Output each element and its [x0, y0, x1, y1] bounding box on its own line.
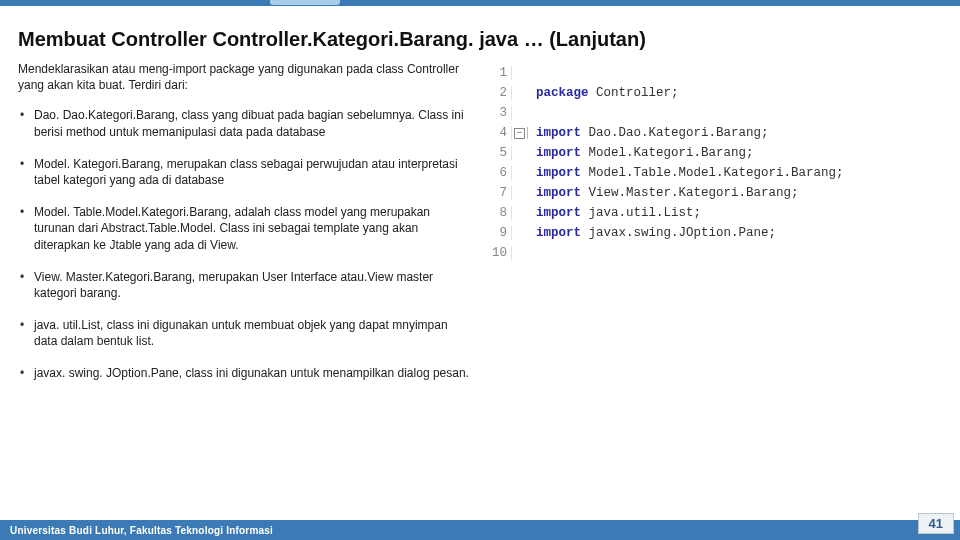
intro-text: Mendeklarasikan atau meng-import package… [18, 61, 470, 93]
code-line: 3 [488, 103, 942, 123]
left-column: Mendeklarasikan atau meng-import package… [18, 61, 488, 398]
code-src: package Controller; [528, 86, 679, 100]
line-number: 9 [488, 226, 512, 240]
code-line: 4 import Dao.Dao.Kategori.Barang; [488, 123, 942, 143]
code-src: import javax.swing.JOption.Pane; [528, 226, 776, 240]
list-item: java. util.List, class ini digunakan unt… [18, 317, 470, 349]
content-area: Mendeklarasikan atau meng-import package… [0, 61, 960, 398]
code-src: import View.Master.Kategori.Barang; [528, 186, 799, 200]
line-number: 8 [488, 206, 512, 220]
slide-title: Membuat Controller Controller.Kategori.B… [0, 6, 960, 61]
list-item: Dao. Dao.Kategori.Barang, class yang dib… [18, 107, 470, 139]
code-src: import java.util.List; [528, 206, 701, 220]
code-src: import Model.Table.Model.Kategori.Barang… [528, 166, 844, 180]
code-panel: 1 2 package Controller; 3 4 import Dao.D… [488, 61, 942, 398]
line-number: 2 [488, 86, 512, 100]
code-src: import Dao.Dao.Kategori.Barang; [528, 126, 769, 140]
code-line: 7 import View.Master.Kategori.Barang; [488, 183, 942, 203]
list-item: Model. Table.Model.Kategori.Barang, adal… [18, 204, 470, 253]
line-number: 1 [488, 66, 512, 80]
line-number: 7 [488, 186, 512, 200]
code-line: 8 import java.util.List; [488, 203, 942, 223]
line-number: 10 [488, 246, 512, 260]
code-line: 10 [488, 243, 942, 263]
bullet-list: Dao. Dao.Kategori.Barang, class yang dib… [18, 107, 470, 381]
code-line: 2 package Controller; [488, 83, 942, 103]
code-src: import Model.Kategori.Barang; [528, 146, 754, 160]
line-number: 4 [488, 126, 512, 140]
line-number: 6 [488, 166, 512, 180]
page-number: 41 [918, 513, 954, 534]
footer-text: Universitas Budi Luhur, Fakultas Teknolo… [10, 525, 273, 536]
code-line: 9 import javax.swing.JOption.Pane; [488, 223, 942, 243]
code-block: 1 2 package Controller; 3 4 import Dao.D… [488, 63, 942, 263]
line-number: 5 [488, 146, 512, 160]
footer-bar: Universitas Budi Luhur, Fakultas Teknolo… [0, 520, 960, 540]
code-line: 5 import Model.Kategori.Barang; [488, 143, 942, 163]
top-tab-marker [270, 0, 340, 5]
list-item: javax. swing. JOption.Pane, class ini di… [18, 365, 470, 381]
list-item: View. Master.Kategori.Barang, merupakan … [18, 269, 470, 301]
list-item: Model. Kategori.Barang, merupakan class … [18, 156, 470, 188]
code-line: 1 [488, 63, 942, 83]
line-number: 3 [488, 106, 512, 120]
fold-toggle-icon[interactable] [512, 127, 528, 139]
code-line: 6 import Model.Table.Model.Kategori.Bara… [488, 163, 942, 183]
